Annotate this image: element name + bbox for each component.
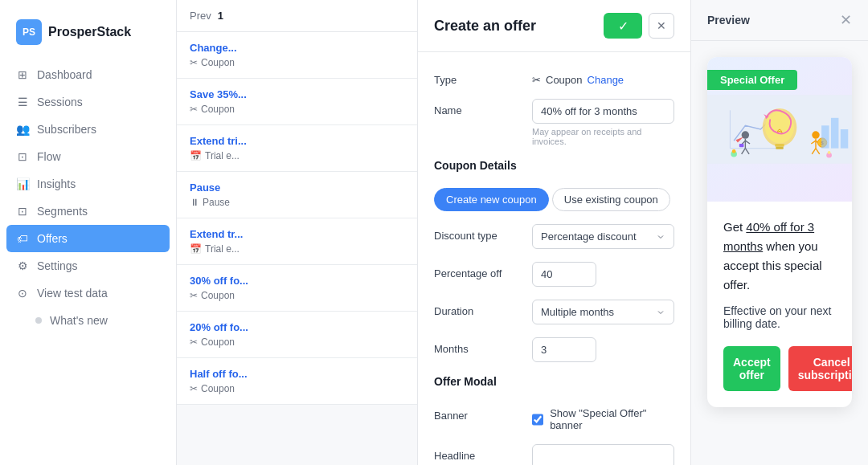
months-input[interactable] [532, 337, 596, 362]
svg-rect-6 [776, 147, 783, 149]
confirm-button[interactable]: ✓ [604, 13, 642, 39]
coupon-icon: ✂ [190, 57, 198, 68]
list-item[interactable]: Extend tr... 📅 Trial e... [177, 218, 417, 265]
type-value: ✂ Coupon Change [532, 68, 674, 86]
list-item-sub: ✂ Coupon [190, 57, 404, 68]
headline-field [532, 444, 674, 465]
sidebar-item-view-test-data[interactable]: ⊙ View test data [0, 279, 176, 307]
percentage-off-label: Percentage off [434, 262, 522, 279]
list-item-sub: ✂ Coupon [190, 337, 404, 348]
sidebar-item-insights[interactable]: 📊 Insights [0, 170, 176, 198]
flow-icon: ⊡ [16, 150, 29, 163]
modal-header: Create an offer ✓ ✕ [418, 0, 690, 52]
sidebar-item-label: View test data [37, 287, 108, 300]
logo-icon: PS [16, 19, 42, 45]
create-new-coupon-button[interactable]: Create new coupon [434, 188, 549, 211]
months-field [532, 337, 674, 362]
discount-type-label: Discount type [434, 224, 522, 242]
name-field-container: May appear on receipts and invoices. [532, 99, 674, 146]
prev-label[interactable]: Prev [190, 10, 211, 22]
duration-select[interactable]: Multiple months Once Forever [532, 300, 674, 324]
type-row: Type ✂ Coupon Change [434, 68, 674, 86]
coupon-icon: ✂ [190, 337, 198, 348]
coupon-icon: ✂ [190, 104, 198, 115]
list-item-sub: 📅 Trial e... [190, 150, 404, 161]
list-item[interactable]: Pause ⏸ Pause [177, 172, 417, 218]
name-input[interactable] [532, 99, 674, 124]
sidebar: PS ProsperStack ⊞ Dashboard ☰ Sessions 👥… [0, 0, 177, 465]
preview-close-button[interactable]: ✕ [840, 11, 852, 29]
discount-type-select[interactable]: Percentage discount Fixed amount discoun… [532, 224, 674, 249]
discount-type-field: Percentage discount Fixed amount discoun… [532, 224, 674, 249]
preview-content: Special Offer [691, 41, 868, 423]
offer-badge: Special Offer [707, 70, 797, 90]
type-text: Coupon [546, 74, 583, 86]
banner-checkbox[interactable] [532, 414, 543, 426]
percentage-off-row: Percentage off [434, 262, 674, 287]
pagination: Prev 1 [190, 10, 223, 22]
list-item[interactable]: Extend tri... 📅 Trial e... [177, 125, 417, 172]
percentage-off-field [532, 262, 674, 287]
sidebar-item-whats-new[interactable]: What's new [0, 307, 176, 334]
list-item-sub: ✂ Coupon [190, 383, 404, 394]
svg-rect-24 [821, 125, 829, 148]
sidebar-item-subscribers[interactable]: 👥 Subscribers [0, 116, 176, 143]
headline-input[interactable] [532, 444, 674, 465]
offer-text: Get 40% off for 3 months when you accept… [723, 218, 836, 295]
duration-label: Duration [434, 300, 522, 317]
discount-type-row: Discount type Percentage discount Fixed … [434, 224, 674, 249]
offers-list-panel: Prev 1 Change... ✂ Coupon Save 35%... ✂ … [177, 0, 418, 465]
offer-body: Get 40% off for 3 months when you accept… [707, 202, 852, 407]
type-label: Type [434, 68, 522, 86]
main-content: Prev 1 Change... ✂ Coupon Save 35%... ✂ … [177, 0, 868, 465]
banner-checkbox-container: Show "Special Offer" banner [532, 404, 674, 431]
name-label: Name [434, 99, 522, 116]
list-item[interactable]: Half off fo... ✂ Coupon [177, 358, 417, 405]
insights-icon: 📊 [16, 177, 29, 190]
list-item-sub: ✂ Coupon [190, 290, 404, 301]
coupon-icon: ✂ [190, 383, 198, 394]
sidebar-item-settings[interactable]: ⚙ Settings [0, 252, 176, 279]
months-label: Months [434, 337, 522, 355]
list-item-title: 30% off fo... [190, 275, 404, 287]
cancel-subscription-button[interactable]: Cancel subscription [788, 346, 852, 391]
percentage-off-input[interactable] [532, 262, 596, 287]
close-button[interactable]: ✕ [649, 13, 674, 39]
list-item-title: Extend tr... [190, 228, 404, 240]
list-item[interactable]: 30% off fo... ✂ Coupon [177, 265, 417, 312]
list-item-sub: ⏸ Pause [190, 197, 404, 208]
list-item[interactable]: 20% off fo... ✂ Coupon [177, 312, 417, 358]
list-item-title: Save 35%... [190, 88, 404, 100]
accept-offer-button[interactable]: Accept offer [723, 346, 780, 391]
use-existing-coupon-button[interactable]: Use existing coupon [552, 188, 670, 211]
sidebar-item-label: What's new [50, 314, 108, 327]
list-item-sub: 📅 Trial e... [190, 243, 404, 255]
list-item[interactable]: Change... ✂ Coupon [177, 32, 417, 79]
sidebar-item-label: Sessions [37, 96, 83, 108]
coupon-toggle-group: Create new coupon Use existing coupon [434, 188, 670, 211]
duration-field: Multiple months Once Forever [532, 300, 674, 324]
settings-icon: ⚙ [16, 259, 29, 272]
sidebar-item-segments[interactable]: ⊡ Segments [0, 198, 176, 225]
offer-actions: Accept offer Cancel subscription [723, 346, 836, 391]
sidebar-item-offers[interactable]: 🏷 Offers [6, 225, 170, 252]
coupon-details-title: Coupon Details [434, 159, 674, 175]
list-item[interactable]: Save 35%... ✂ Coupon [177, 79, 417, 125]
segments-icon: ⊡ [16, 205, 29, 218]
svg-rect-25 [831, 118, 838, 149]
dashboard-icon: ⊞ [16, 68, 29, 81]
offer-text-prefix: Get [723, 220, 746, 234]
type-change-link[interactable]: Change [588, 74, 624, 86]
sidebar-item-label: Offers [37, 232, 68, 245]
preview-header: Preview ✕ [691, 0, 868, 41]
banner-row: Banner Show "Special Offer" banner [434, 404, 674, 431]
duration-row: Duration Multiple months Once Forever [434, 300, 674, 324]
svg-point-16 [812, 131, 819, 138]
preview-panel: Preview ✕ Special Offer [691, 0, 868, 465]
sidebar-item-sessions[interactable]: ☰ Sessions [0, 88, 176, 116]
offer-modal-title: Offer Modal [434, 375, 674, 391]
sidebar-item-flow[interactable]: ⊡ Flow [0, 143, 176, 170]
svg-rect-26 [841, 129, 848, 149]
sidebar-item-dashboard[interactable]: ⊞ Dashboard [0, 61, 176, 88]
coupon-toggle-row: Create new coupon Use existing coupon [434, 188, 674, 211]
